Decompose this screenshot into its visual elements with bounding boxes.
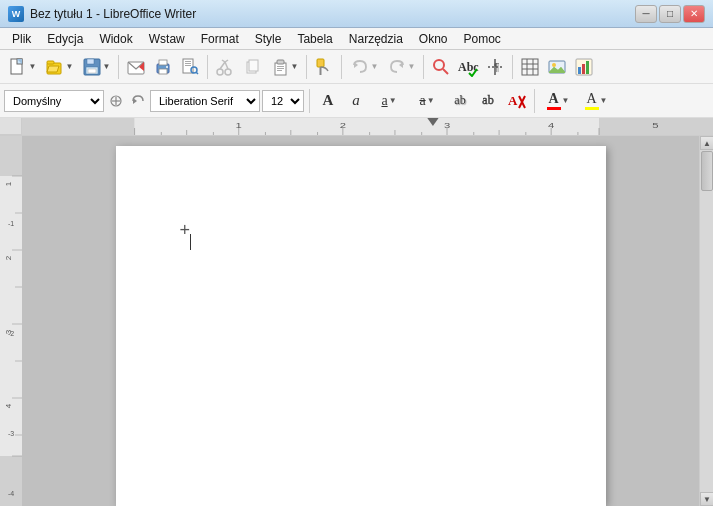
strikethrough-button[interactable]: a ▼	[409, 88, 445, 114]
paragraph-style-select[interactable]: Domyślny	[4, 90, 104, 112]
paste-button[interactable]: ▼	[266, 54, 302, 80]
svg-rect-32	[277, 68, 284, 69]
italic-button[interactable]: a	[343, 88, 369, 114]
image-icon	[547, 57, 567, 77]
chart-button[interactable]	[571, 54, 597, 80]
svg-text:-2: -2	[8, 330, 14, 337]
undo-button[interactable]: ▼	[346, 54, 382, 80]
svg-line-24	[225, 62, 228, 69]
style-update-icon	[130, 93, 146, 109]
find-icon	[431, 57, 451, 77]
svg-text:-4: -4	[8, 490, 14, 497]
menu-format[interactable]: Format	[193, 30, 247, 48]
svg-rect-30	[277, 60, 284, 64]
menu-okno[interactable]: Okno	[411, 30, 456, 48]
new-icon	[8, 57, 28, 77]
svg-text:4: 4	[548, 121, 555, 130]
svg-line-20	[196, 72, 198, 74]
menu-narzedzia[interactable]: Narzędzia	[341, 30, 411, 48]
bold-button[interactable]: A	[315, 88, 341, 114]
svg-line-26	[225, 60, 228, 62]
format-painter-icon	[314, 57, 334, 77]
svg-text:3: 3	[444, 121, 450, 130]
svg-line-23	[220, 62, 225, 69]
new-button[interactable]: ▼	[4, 54, 40, 80]
clear-format-button[interactable]: A	[503, 88, 529, 114]
toolbar-sep-5	[423, 55, 424, 79]
format-painter-button[interactable]	[311, 54, 337, 80]
v-ruler-svg: 1 2 3 4 -1 -2 -3 -4	[0, 136, 22, 506]
preview-button[interactable]	[177, 54, 203, 80]
menu-wstaw[interactable]: Wstaw	[141, 30, 193, 48]
svg-point-50	[552, 63, 556, 67]
redo-button[interactable]: ▼	[383, 54, 419, 80]
vertical-scrollbar[interactable]: ▲ ▼	[699, 136, 713, 506]
svg-text:1: 1	[4, 181, 13, 186]
menu-edycja[interactable]: Edycja	[39, 30, 91, 48]
save-button[interactable]: ▼	[78, 54, 114, 80]
menu-tabela[interactable]: Tabela	[289, 30, 340, 48]
underline-button[interactable]: a ▼	[371, 88, 407, 114]
save-icon	[82, 57, 102, 77]
document-area[interactable]	[22, 136, 699, 506]
svg-point-21	[217, 69, 223, 75]
svg-rect-8	[88, 69, 96, 73]
window-title: Bez tytułu 1 - LibreOffice Writer	[30, 7, 196, 21]
fmt-sep-2	[534, 89, 535, 113]
shadow-button[interactable]: ab	[447, 88, 473, 114]
cut-icon	[215, 57, 235, 77]
open-button[interactable]: ▼	[41, 54, 77, 80]
maximize-button[interactable]: □	[659, 5, 681, 23]
cut-button[interactable]	[212, 54, 238, 80]
style-config-icon	[108, 93, 124, 109]
highlight-button[interactable]: A ▼	[578, 88, 614, 114]
style-update-button[interactable]	[128, 88, 148, 114]
svg-rect-4	[47, 61, 54, 64]
svg-rect-6	[87, 59, 94, 64]
window-controls: ─ □ ✕	[635, 5, 705, 23]
find-button[interactable]	[428, 54, 454, 80]
svg-line-25	[222, 60, 225, 62]
ruler-corner	[0, 118, 22, 135]
svg-rect-54	[582, 64, 585, 74]
menu-widok[interactable]: Widok	[91, 30, 140, 48]
scroll-thumb[interactable]	[701, 151, 713, 191]
menu-plik[interactable]: Plik	[4, 30, 39, 48]
spellcheck-button[interactable]: Abc	[455, 54, 481, 80]
font-color-button[interactable]: A ▼	[540, 88, 576, 114]
svg-text:¶: ¶	[494, 62, 499, 73]
toolbar-sep-3	[306, 55, 307, 79]
svg-rect-18	[185, 65, 191, 66]
menu-style[interactable]: Style	[247, 30, 290, 48]
style-config-button[interactable]	[106, 88, 126, 114]
table-button[interactable]	[517, 54, 543, 80]
outline-button[interactable]: ab	[475, 88, 501, 114]
svg-point-38	[434, 60, 444, 70]
copy-button[interactable]	[239, 54, 265, 80]
content-area: 1 2 3 4 -1 -2 -3 -4 ▲ ▼	[0, 136, 713, 506]
font-size-select[interactable]: 12	[262, 90, 304, 112]
font-name-select[interactable]: Liberation Serif	[150, 90, 260, 112]
minimize-button[interactable]: ─	[635, 5, 657, 23]
paste-icon	[270, 57, 290, 77]
redo-icon	[387, 57, 407, 77]
scroll-down-button[interactable]: ▼	[700, 492, 713, 506]
chart-icon	[574, 57, 594, 77]
print-button[interactable]	[150, 54, 176, 80]
document-page[interactable]	[116, 146, 606, 506]
scroll-track[interactable]	[700, 150, 713, 492]
svg-point-22	[225, 69, 231, 75]
scroll-up-button[interactable]: ▲	[700, 136, 713, 150]
open-icon	[45, 57, 65, 77]
menu-pomoc[interactable]: Pomoc	[456, 30, 509, 48]
svg-text:-3: -3	[8, 430, 14, 437]
svg-text:1: 1	[236, 121, 242, 130]
email-button[interactable]	[123, 54, 149, 80]
close-button[interactable]: ✕	[683, 5, 705, 23]
copy-icon	[242, 57, 262, 77]
svg-rect-33	[277, 70, 282, 71]
image-button[interactable]	[544, 54, 570, 80]
font-color-indicator	[547, 107, 561, 110]
autocorrect-button[interactable]: ¶	[482, 54, 508, 80]
spellcheck-icon: Abc	[457, 57, 479, 77]
